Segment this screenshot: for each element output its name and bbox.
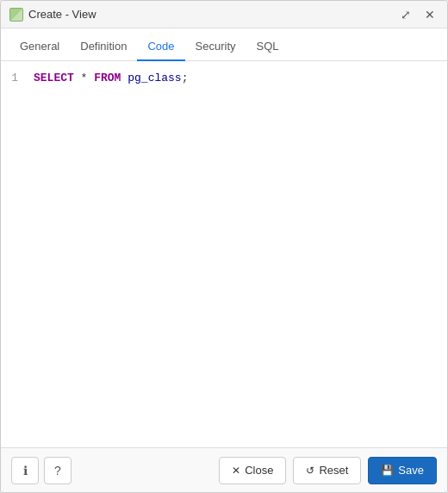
tab-general[interactable]: General <box>9 33 70 61</box>
reset-label: Reset <box>319 464 348 477</box>
save-icon: 💾 <box>381 465 394 477</box>
code-editor[interactable]: 1 SELECT * FROM pg_class; <box>1 61 447 447</box>
close-button[interactable]: ✕ Close <box>219 457 286 484</box>
help-button[interactable]: ? <box>44 457 72 484</box>
tab-security[interactable]: Security <box>185 33 246 61</box>
window-icon <box>9 8 23 22</box>
window-title: Create - View <box>28 8 397 21</box>
close-icon: ✕ <box>232 465 240 477</box>
code-content[interactable]: SELECT * FROM pg_class; <box>27 68 447 440</box>
close-label: Close <box>245 464 273 477</box>
expand-button[interactable]: ⤢ <box>397 6 414 23</box>
line-numbers: 1 <box>1 68 27 440</box>
reset-icon: ↺ <box>306 465 314 477</box>
title-bar: Create - View ⤢ ✕ <box>1 1 447 28</box>
line-number: 1 <box>8 70 18 88</box>
info-button[interactable]: ℹ <box>11 457 39 484</box>
tab-definition[interactable]: Definition <box>70 33 137 61</box>
save-label: Save <box>398 464 424 477</box>
reset-button[interactable]: ↺ Reset <box>293 457 361 484</box>
save-button[interactable]: 💾 Save <box>368 457 437 484</box>
create-view-window: Create - View ⤢ ✕ General Definition Cod… <box>0 0 448 493</box>
tab-bar: General Definition Code Security SQL <box>1 28 447 61</box>
window-close-button[interactable]: ✕ <box>421 6 439 23</box>
tab-code[interactable]: Code <box>137 33 184 61</box>
footer: ℹ ? ✕ Close ↺ Reset 💾 Save <box>1 447 447 492</box>
tab-sql[interactable]: SQL <box>246 33 289 61</box>
title-bar-controls: ⤢ ✕ <box>397 6 439 23</box>
footer-right: ✕ Close ↺ Reset 💾 Save <box>219 457 437 484</box>
footer-left: ℹ ? <box>11 457 72 484</box>
